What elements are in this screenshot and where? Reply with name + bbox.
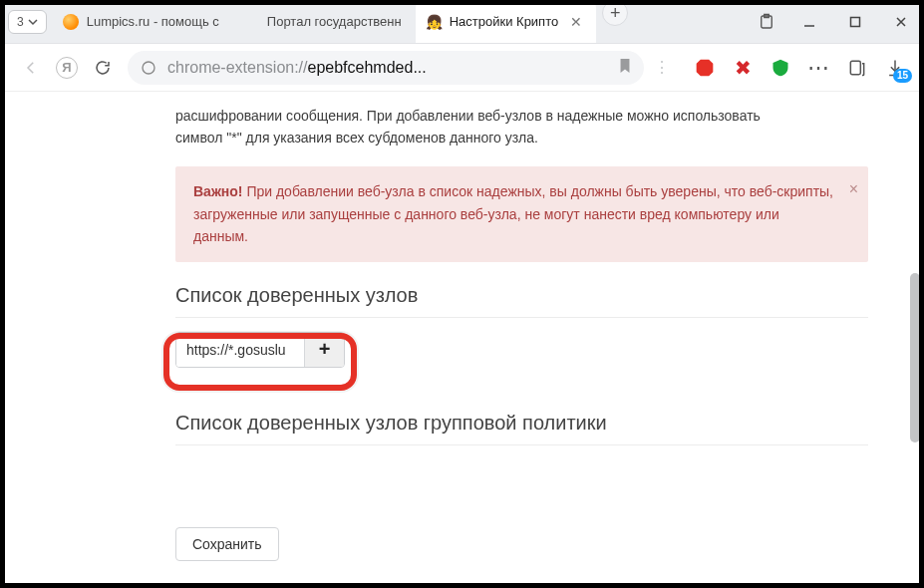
toolbar-extensions: ✖ ⋯ 15 <box>680 57 906 79</box>
tab-close-icon[interactable]: ✕ <box>570 14 582 30</box>
tab-count-pill[interactable]: 3 <box>8 10 47 34</box>
save-button[interactable]: Сохранить <box>175 527 279 561</box>
intro-paragraph: расшифровании сообщения. При добавлении … <box>175 106 868 148</box>
downloads-badge: 15 <box>893 69 912 83</box>
extension-shield-icon[interactable] <box>770 57 791 79</box>
svg-rect-4 <box>850 61 860 74</box>
downloads-button[interactable]: 15 <box>884 57 906 79</box>
trusted-host-input-wrap: + <box>175 332 345 394</box>
alert-strong: Важно! <box>193 183 243 199</box>
extension-adblock-icon[interactable] <box>694 57 716 79</box>
vertical-scrollbar[interactable] <box>910 92 920 578</box>
url-omnibox[interactable]: chrome-extension://epebfcehmded... <box>128 51 644 85</box>
browser-addressbar: Я chrome-extension://epebfcehmded... ⋮ ✖… <box>0 44 924 92</box>
scrollbar-thumb[interactable] <box>910 273 920 442</box>
section-gp-trusted-hosts-heading: Список доверенных узлов групповой полити… <box>175 412 868 445</box>
tab-favicon-cryptopro: 👧 <box>426 14 442 30</box>
tab-gosuslugi[interactable]: Портал государственн <box>233 0 416 43</box>
url-text: chrome-extension://epebfcehmded... <box>167 59 608 77</box>
url-host: epebfcehmded... <box>308 59 427 76</box>
page-viewport: расшифровании сообщения. При добавлении … <box>0 92 924 578</box>
window-close-button[interactable] <box>878 0 924 44</box>
svg-marker-3 <box>697 59 714 76</box>
svg-rect-1 <box>851 17 860 26</box>
trusted-host-input-group: + <box>175 332 345 368</box>
tab-cryptopro-settings[interactable]: 👧 Настройки Крипто ✕ <box>416 0 597 43</box>
extension-ribbon-icon[interactable]: ✖ <box>732 57 754 79</box>
svg-point-2 <box>143 62 154 74</box>
alert-close-icon[interactable]: × <box>849 176 858 202</box>
trusted-host-input[interactable] <box>176 333 304 367</box>
nav-reload-button[interactable] <box>88 53 118 83</box>
yandex-home-button[interactable]: Я <box>56 57 78 79</box>
alert-body: При добавлении веб-узла в список надежны… <box>193 183 833 244</box>
tab-strip: Lumpics.ru - помощь с Портал государстве… <box>53 0 747 43</box>
tab-count-value: 3 <box>17 15 24 29</box>
tab-favicon-lumpics <box>63 14 79 30</box>
window-minimize-button[interactable] <box>786 0 832 44</box>
window-maximize-button[interactable] <box>832 0 878 44</box>
extensions-overflow-button[interactable]: ⋯ <box>807 57 830 79</box>
section-trusted-hosts-heading: Список доверенных узлов <box>175 284 868 318</box>
new-tab-button[interactable]: + <box>602 0 628 26</box>
url-scheme: chrome-extension:// <box>167 59 308 76</box>
tab-lumpics[interactable]: Lumpics.ru - помощь с <box>53 0 233 43</box>
reader-mode-icon[interactable] <box>846 57 868 79</box>
collections-button[interactable] <box>747 13 786 31</box>
tab-label: Lumpics.ru - помощь с <box>87 14 219 29</box>
add-host-button[interactable]: + <box>304 333 344 367</box>
window-controls <box>786 0 924 44</box>
browser-titlebar: 3 Lumpics.ru - помощь с Портал государст… <box>0 0 924 44</box>
chevron-down-icon <box>28 17 38 27</box>
nav-back-button[interactable] <box>16 53 46 83</box>
bookmark-icon[interactable] <box>618 58 632 78</box>
tab-favicon-ru-flag <box>243 14 259 30</box>
warning-alert: × Важно! При добавлении веб-узла в списо… <box>175 166 868 261</box>
tab-label: Настройки Крипто <box>450 14 559 29</box>
tab-label: Портал государственн <box>267 14 402 29</box>
site-info-icon[interactable] <box>140 59 157 77</box>
